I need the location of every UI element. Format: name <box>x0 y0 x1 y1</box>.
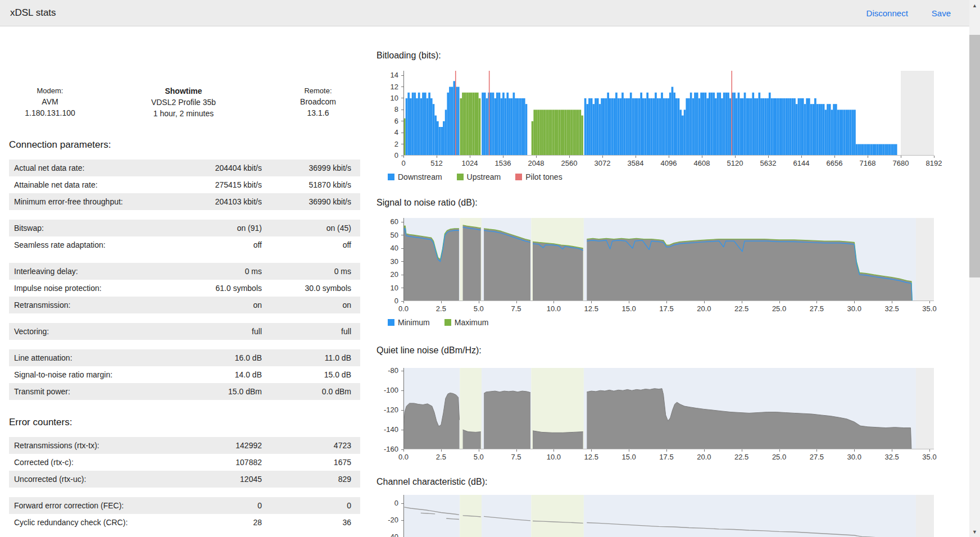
row-value-downstream: 142992 <box>178 441 262 450</box>
x-tick-label: 35.0 <box>922 304 936 313</box>
x-tick-mark <box>403 156 404 158</box>
x-tick-mark <box>768 156 769 158</box>
qln-chart-title: Quiet line noise (dBm/Hz): <box>376 345 943 356</box>
x-tick-label: 512 <box>430 159 443 167</box>
hlog-chart-plot: 0-20-40-60-80 <box>375 495 943 537</box>
x-tick-label: 17.5 <box>659 304 673 313</box>
x-tick-mark <box>816 449 817 452</box>
x-tick-label: 12.5 <box>584 453 598 461</box>
qln-chart-y-axis: -80-100-120-140-160 <box>375 368 403 449</box>
scrollbar-thumb[interactable] <box>969 35 980 277</box>
x-tick-mark <box>816 301 817 303</box>
y-tick-label: -20 <box>388 516 398 524</box>
row-value-upstream: 36999 kbit/s <box>262 163 360 172</box>
table-group: Bitswap:on (91)on (45)Seamless rate adap… <box>9 220 360 253</box>
y-tick-label: 4 <box>394 129 398 136</box>
table-group: Actual net data rate:204404 kbit/s36999 … <box>9 160 360 210</box>
x-tick-label: 27.5 <box>810 453 824 461</box>
legend-item: Upstream <box>457 172 501 181</box>
row-value-downstream: 0 ms <box>178 267 262 276</box>
table-row: Transmit power:15.0 dBm0.0 dBm <box>9 383 360 400</box>
y-tick-mark <box>401 75 403 76</box>
row-label: Impulse noise protection: <box>9 284 178 293</box>
table-group: Vectoring:fullfull <box>9 323 360 340</box>
y-tick-label: 0 <box>394 152 398 160</box>
scroll-up-icon: ▲ <box>972 3 977 8</box>
x-tick-label: 25.0 <box>772 453 786 461</box>
legend-swatch-icon <box>444 319 451 326</box>
row-value-downstream: 16.0 dB <box>178 353 262 362</box>
row-value-upstream: on (45) <box>262 224 360 233</box>
y-tick-label: -160 <box>384 445 398 453</box>
x-tick-mark <box>666 301 667 303</box>
snr-chart-title: Signal to noise ratio (dB): <box>376 197 943 208</box>
y-tick-label: 10 <box>391 284 398 292</box>
x-tick-mark <box>901 156 901 158</box>
row-value-downstream: 12045 <box>178 475 262 484</box>
row-label: Seamless rate adaptation: <box>9 240 178 249</box>
x-tick-mark <box>591 301 592 303</box>
scroll-down-button[interactable]: ▼ <box>969 526 980 537</box>
x-tick-mark <box>702 156 702 158</box>
x-tick-label: 35.0 <box>922 453 936 461</box>
table-row: Cyclic redundancy check (CRC):2836 <box>9 514 360 531</box>
x-tick-label: 27.5 <box>810 304 824 313</box>
x-tick-label: 2560 <box>561 159 578 167</box>
x-tick-mark <box>629 449 629 452</box>
row-value-upstream: 0 ms <box>262 267 360 276</box>
y-tick-mark <box>401 288 403 288</box>
legend-swatch-icon <box>388 319 394 326</box>
row-value-downstream: 204103 kbit/s <box>178 197 262 206</box>
legend-item: Pilot tones <box>515 172 562 181</box>
snr-chart-canvas <box>403 218 934 301</box>
legend-item: Maximum <box>444 318 489 327</box>
row-value-upstream: 0.0 dBm <box>262 387 360 396</box>
table-group: Line attenuation:16.0 dB11.0 dBSignal-to… <box>9 349 360 400</box>
x-tick-label: 7.5 <box>511 304 521 313</box>
save-button[interactable]: Save <box>932 8 951 18</box>
y-tick-label: 50 <box>391 231 398 239</box>
scrollbar[interactable]: ▲ ▼ <box>969 0 980 537</box>
table-row: Vectoring:fullfull <box>9 323 360 340</box>
x-tick-label: 25.0 <box>772 304 786 313</box>
y-tick-mark <box>401 87 403 87</box>
modem-label: Modem: <box>9 85 91 96</box>
x-tick-label: 1536 <box>495 159 511 167</box>
x-tick-mark <box>403 301 404 303</box>
y-tick-label: 12 <box>391 83 398 91</box>
x-tick-mark <box>704 301 705 303</box>
table-group: Retransmissions (rtx-tx):1429924723Corre… <box>9 437 360 488</box>
x-tick-mark <box>892 449 892 452</box>
row-value-upstream: on <box>262 301 360 310</box>
legend-item: Downstream <box>388 172 442 181</box>
row-value-downstream: 107882 <box>178 458 262 467</box>
x-tick-mark <box>742 301 742 303</box>
qln-chart-canvas <box>403 368 934 449</box>
y-tick-label: 2 <box>394 140 398 148</box>
snr-chart-legend: MinimumMaximum <box>388 318 943 327</box>
x-tick-mark <box>403 449 404 452</box>
x-tick-mark <box>666 449 667 452</box>
x-tick-mark <box>779 301 780 303</box>
disconnect-button[interactable]: Disconnect <box>866 8 908 18</box>
row-value-upstream: 829 <box>262 475 360 484</box>
x-tick-label: 30.0 <box>847 304 861 313</box>
stats-panel: Modem: AVM 1.180.131.100 Showtime VDSL2 … <box>9 27 360 537</box>
table-row: Minimum error-free throughput:204103 kbi… <box>9 193 360 210</box>
y-tick-mark <box>401 144 403 144</box>
x-tick-mark <box>441 449 442 452</box>
table-row: Bitswap:on (91)on (45) <box>9 220 360 236</box>
remote-label: Remote: <box>276 85 360 96</box>
row-label: Transmit power: <box>9 387 178 396</box>
qln-chart-block: Quiet line noise (dBm/Hz): -80-100-120-1… <box>375 345 943 463</box>
modem-version: 1.180.131.100 <box>9 107 91 119</box>
row-value-upstream: 4723 <box>262 441 360 450</box>
legend-swatch-icon <box>457 174 464 180</box>
legend-label: Maximum <box>455 318 489 327</box>
scroll-up-button[interactable]: ▲ <box>969 0 980 11</box>
hlog-chart-block: Channel characteristic (dB): 0-20-40-60-… <box>375 476 943 537</box>
row-value-downstream: on (91) <box>178 224 262 233</box>
remote-vendor: Broadcom <box>276 96 360 107</box>
error-counters-table: Retransmissions (rtx-tx):1429924723Corre… <box>9 437 360 531</box>
legend-label: Minimum <box>398 318 430 327</box>
